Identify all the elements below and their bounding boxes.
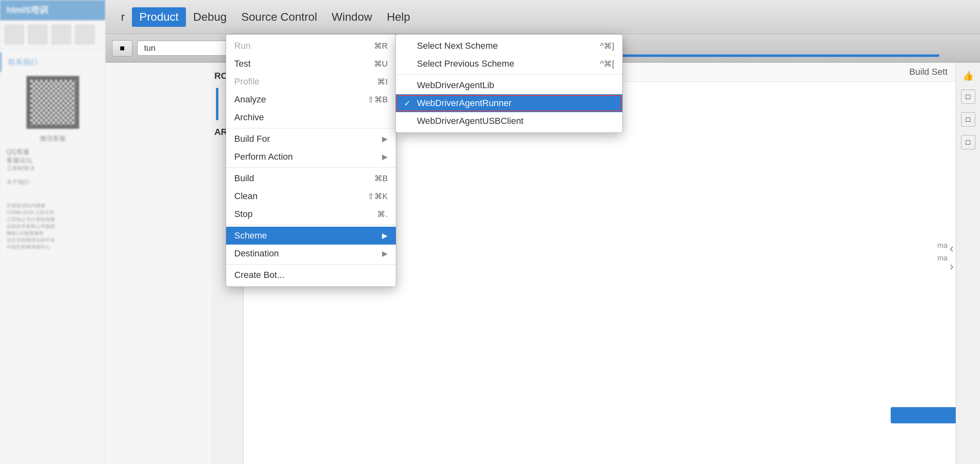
sidebar-icon-4	[75, 24, 95, 45]
scheme-item-runner[interactable]: ✓ WebDriverAgentRunner	[396, 94, 622, 112]
sidebar-icons	[0, 20, 105, 49]
scheme-item-prev[interactable]: Select Previous Scheme ^⌘[	[396, 55, 622, 73]
qq-label: QQ客服 客服论坛 工作时间 8	[0, 145, 105, 176]
menu-item-r[interactable]: r	[114, 7, 132, 27]
scheme-submenu: Select Next Scheme ^⌘] Select Previous S…	[395, 34, 623, 133]
menu-item-perform-action[interactable]: Perform Action ▶	[226, 148, 396, 166]
stop-button[interactable]: ■	[112, 40, 132, 56]
right-icon-box1[interactable]: □	[961, 89, 976, 104]
menu-item-stop[interactable]: Stop ⌘.	[226, 205, 396, 223]
menu-bar: r Product Debug Source Control Window He…	[106, 0, 980, 34]
scheme-item-usb[interactable]: WebDriverAgentUSBClient	[396, 112, 622, 130]
destination-arrow: ▶	[382, 249, 388, 258]
menu-item-profile[interactable]: Profile ⌘I	[226, 73, 396, 91]
menu-item-clean[interactable]: Clean ⇧⌘K	[226, 187, 396, 205]
menu-item-build-for[interactable]: Build For ▶	[226, 130, 396, 148]
build-for-arrow: ▶	[382, 134, 388, 143]
checkmark-icon: ✓	[404, 98, 414, 108]
arrow-right[interactable]: ›	[950, 259, 954, 273]
scheme-divider	[396, 74, 622, 75]
divider-1	[226, 128, 396, 128]
menu-item-debug[interactable]: Debug	[186, 7, 234, 27]
menu-item-product[interactable]: Product	[132, 7, 186, 27]
right-icon-box2[interactable]: □	[961, 112, 976, 127]
sidebar-icon-1	[4, 24, 24, 45]
menu-item-help[interactable]: Help	[380, 7, 418, 27]
menu-item-archive[interactable]: Archive	[226, 108, 396, 126]
wechat-label: 微信客服	[0, 133, 105, 145]
menu-item-create-bot[interactable]: Create Bot...	[226, 266, 396, 284]
perform-action-arrow: ▶	[382, 152, 388, 161]
menu-item-destination[interactable]: Destination ▶	[226, 245, 396, 262]
menu-item-test[interactable]: Test ⌘U	[226, 55, 396, 73]
divider-2	[226, 167, 396, 168]
divider-4	[226, 264, 396, 265]
scheme-arrow: ▶	[382, 231, 388, 240]
menu-item-scheme[interactable]: Scheme ▶	[226, 227, 396, 245]
right-sidebar-icons: 👍 □ □ □	[956, 63, 980, 464]
scheme-item-next[interactable]: Select Next Scheme ^⌘]	[396, 37, 622, 55]
xcode-window: r Product Debug Source Control Window He…	[106, 0, 980, 464]
divider-3	[226, 225, 396, 225]
sidebar-title: html5培训	[0, 0, 105, 20]
menu-item-build[interactable]: Build ⌘B	[226, 169, 396, 187]
menu-item-run[interactable]: Run ⌘R	[226, 37, 396, 55]
build-settings-label-right: Build Sett	[909, 67, 948, 77]
sidebar-contact: 联系我们	[0, 52, 105, 72]
right-icon-box3[interactable]: □	[961, 135, 976, 150]
sidebar-icon-2	[28, 24, 48, 45]
active-indicator	[216, 88, 218, 120]
product-menu: Run ⌘R Test ⌘U Profile ⌘I Analyze ⇧⌘B Ar…	[226, 34, 396, 287]
scheme-item-lib[interactable]: WebDriverAgentLib	[396, 76, 622, 94]
menu-item-source-control[interactable]: Source Control	[234, 7, 324, 27]
right-icon-thumb-up[interactable]: 👍	[963, 71, 974, 81]
menu-item-analyze[interactable]: Analyze ⇧⌘B	[226, 91, 396, 108]
qr-code	[26, 76, 79, 129]
ma-labels: ma ma	[937, 241, 948, 262]
sidebar-icon-3	[51, 24, 71, 45]
menu-item-window[interactable]: Window	[324, 7, 380, 27]
arrow-left[interactable]: ‹	[950, 241, 954, 255]
sidebar-footer: 关于我们 百度提供站内搜索 ©1999-2018 江苏乐学 江苏知之为计算机有限…	[0, 176, 105, 254]
nav-arrows: ‹ ›	[950, 241, 954, 273]
left-sidebar: html5培训 联系我们 微信客服 QQ客服 客服论坛 工作时间 8 关于我们 …	[0, 0, 106, 464]
